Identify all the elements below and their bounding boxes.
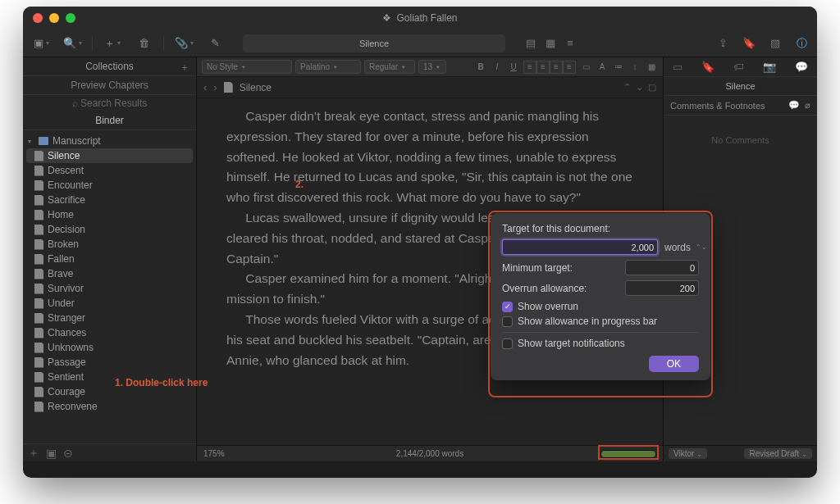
metadata-tab-icon[interactable]: 🏷 bbox=[733, 61, 744, 73]
document-icon bbox=[34, 151, 43, 161]
preview-chapters-row[interactable]: Preview Chapters bbox=[23, 76, 196, 95]
share-icon[interactable]: ⇪ bbox=[714, 35, 732, 52]
nav-down-button[interactable]: ⌄ bbox=[636, 82, 643, 93]
tree-item[interactable]: Reconvene bbox=[23, 399, 196, 414]
min-target-label: Minimum target: bbox=[502, 262, 619, 274]
weight-select[interactable]: Regular bbox=[364, 60, 415, 74]
tree-item[interactable]: Fallen bbox=[23, 252, 196, 266]
minimize-window-button[interactable] bbox=[49, 13, 59, 23]
status-select[interactable]: Revised Draft bbox=[744, 448, 812, 459]
view-outline-icon[interactable]: ≡ bbox=[561, 35, 579, 52]
binder-add-button[interactable]: ＋ bbox=[28, 446, 39, 461]
word-count[interactable]: 2,144/2,000 words bbox=[396, 449, 463, 458]
unit-select[interactable]: words bbox=[664, 242, 699, 253]
document-header: ‹ › Silence ⌃ ⌄ ▢ bbox=[197, 77, 663, 98]
comments-section-label: Comments & Footnotes bbox=[670, 101, 765, 111]
show-overrun-checkbox[interactable]: ✓Show overrun bbox=[502, 301, 699, 312]
snapshots-tab-icon[interactable]: 📷 bbox=[763, 61, 776, 73]
window-title: Goliath Fallen bbox=[396, 12, 457, 24]
tree-item[interactable]: Brave bbox=[23, 266, 196, 281]
target-input[interactable] bbox=[502, 239, 658, 255]
binder-tab-collections[interactable]: Collections bbox=[85, 61, 134, 72]
align-center-button[interactable]: ≡ bbox=[536, 61, 550, 74]
footnote-toggle-icon[interactable]: ⌀ bbox=[805, 100, 810, 111]
comment-toggle-icon[interactable]: 💬 bbox=[788, 100, 800, 111]
highlight-button[interactable]: A bbox=[596, 61, 609, 74]
split-button[interactable]: ▢ bbox=[648, 82, 656, 93]
add-collection-button[interactable]: ＋ bbox=[180, 61, 189, 75]
image-icon[interactable]: ▧ bbox=[766, 35, 784, 52]
tree-manuscript[interactable]: ▾Manuscript bbox=[23, 134, 196, 148]
align-justify-button[interactable]: ≡ bbox=[563, 61, 576, 74]
align-right-button[interactable]: ≡ bbox=[550, 61, 563, 74]
format-bar: No Style Palatino Regular 13 B I U ≡ ≡ ≡… bbox=[197, 57, 663, 77]
bookmarks-tab-icon[interactable]: 🔖 bbox=[701, 61, 714, 73]
bold-button[interactable]: B bbox=[474, 61, 487, 74]
color-a-button[interactable]: ▭ bbox=[579, 61, 592, 74]
binder-panel: Collections ＋ Preview Chapters ⌕ Search … bbox=[23, 57, 197, 461]
nav-back-button[interactable]: ‹ bbox=[203, 81, 207, 93]
view-corkboard-icon[interactable]: ▦ bbox=[541, 35, 559, 52]
font-select[interactable]: Palatino bbox=[295, 60, 361, 74]
zoom-level[interactable]: 175% bbox=[203, 449, 225, 458]
tree-item[interactable]: Stranger bbox=[23, 311, 196, 325]
tree-item[interactable]: Passage bbox=[23, 355, 196, 370]
document-title: Silence bbox=[240, 82, 272, 93]
notes-tab-icon[interactable]: ▭ bbox=[673, 61, 682, 73]
size-select[interactable]: 13 bbox=[418, 60, 446, 74]
italic-button[interactable]: I bbox=[491, 61, 504, 74]
tree-item[interactable]: Sentient bbox=[23, 370, 196, 384]
show-notifications-checkbox[interactable]: Show target notifications bbox=[502, 338, 699, 349]
bookmark-icon[interactable]: 🔖 bbox=[740, 35, 758, 52]
inspector-doc-title: Silence bbox=[664, 77, 817, 96]
lists-button[interactable]: ≔ bbox=[612, 61, 625, 74]
maximize-window-button[interactable] bbox=[66, 13, 75, 23]
overrun-input[interactable] bbox=[625, 280, 699, 296]
dialog-heading: Target for this document: bbox=[502, 223, 699, 234]
search-results-label[interactable]: Search Results bbox=[80, 98, 147, 109]
titlebar: ❖ Goliath Fallen bbox=[23, 7, 817, 30]
tree-item[interactable]: Chances bbox=[23, 325, 196, 340]
tree-item[interactable]: Home bbox=[23, 207, 196, 222]
attachment-button[interactable]: 📎 bbox=[172, 34, 195, 53]
close-window-button[interactable] bbox=[33, 13, 43, 23]
nav-fwd-button[interactable]: › bbox=[213, 81, 217, 93]
editor-panel: No Style Palatino Regular 13 B I U ≡ ≡ ≡… bbox=[197, 57, 663, 461]
app-doc-icon: ❖ bbox=[382, 12, 391, 24]
tree-item[interactable]: Courage bbox=[23, 384, 196, 399]
tree-item[interactable]: Survivor bbox=[23, 281, 196, 296]
trash-button[interactable]: 🗑 bbox=[132, 34, 155, 53]
target-dialog: Target for this document: words Minimum … bbox=[491, 213, 710, 380]
tree-item[interactable]: Encounter bbox=[23, 178, 196, 193]
tree-item[interactable]: Silence bbox=[26, 148, 193, 163]
inspector-toggle-icon[interactable]: ⓘ bbox=[792, 35, 810, 52]
view-mode-button[interactable]: ▣ bbox=[30, 34, 52, 53]
quick-search-pill[interactable]: Silence bbox=[243, 34, 505, 52]
min-target-input[interactable] bbox=[625, 260, 699, 275]
spacing-button[interactable]: ↕ bbox=[628, 61, 641, 74]
search-button[interactable]: 🔍 bbox=[61, 34, 84, 53]
binder-gear-button[interactable]: ⊝ bbox=[63, 447, 73, 460]
ok-button[interactable]: OK bbox=[649, 356, 699, 372]
nav-up-button[interactable]: ⌃ bbox=[623, 82, 631, 93]
editor-footer: 175% 2,144/2,000 words bbox=[197, 445, 663, 461]
target-progress-bar[interactable] bbox=[600, 450, 656, 458]
tree-item[interactable]: Decision bbox=[23, 222, 196, 237]
tree-item[interactable]: Under bbox=[23, 296, 196, 311]
table-button[interactable]: ▦ bbox=[645, 61, 658, 74]
compose-button[interactable]: ✎ bbox=[203, 34, 226, 53]
label-select[interactable]: Viktor bbox=[669, 448, 707, 459]
tree-item[interactable]: Broken bbox=[23, 237, 196, 252]
add-button[interactable]: ＋ bbox=[101, 34, 124, 53]
show-allowance-checkbox[interactable]: Show allowance in progress bar bbox=[502, 316, 699, 327]
style-select[interactable]: No Style bbox=[202, 60, 292, 74]
binder-folder-button[interactable]: ▣ bbox=[46, 447, 57, 460]
tree-item[interactable]: Unknowns bbox=[23, 340, 196, 355]
underline-button[interactable]: U bbox=[507, 61, 520, 74]
tree-item[interactable]: Sacrifice bbox=[23, 193, 196, 207]
document-icon bbox=[224, 82, 233, 93]
view-document-icon[interactable]: ▤ bbox=[522, 35, 540, 52]
tree-item[interactable]: Descent bbox=[23, 163, 196, 178]
align-left-button[interactable]: ≡ bbox=[523, 61, 536, 74]
comments-tab-icon[interactable]: 💬 bbox=[795, 61, 808, 73]
